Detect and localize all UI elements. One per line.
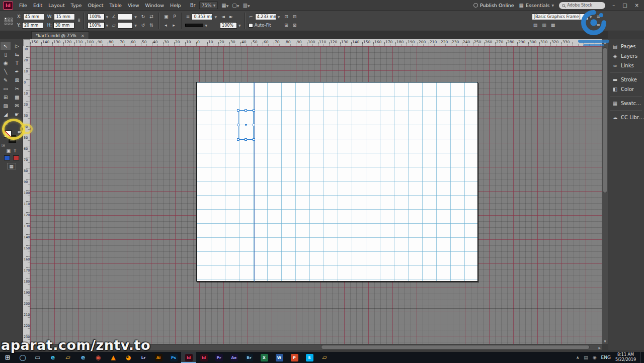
horizontal-ruler[interactable]: 1501401301201101009080706050403020100102… xyxy=(30,39,602,46)
view-options-icon[interactable]: ▦▼ xyxy=(221,3,228,8)
photoshop-icon[interactable]: Ps xyxy=(166,352,181,363)
indesign-app-icon[interactable]: Id xyxy=(3,2,13,10)
search-input[interactable]: Adobe Stock xyxy=(559,2,605,9)
chrome-icon[interactable]: ◉ xyxy=(91,352,106,363)
chevron-down-icon[interactable]: ▼ xyxy=(106,24,109,27)
eyedropper-tool-icon[interactable]: ◢ xyxy=(1,110,11,118)
menu-item-table[interactable]: Table xyxy=(106,0,125,11)
center-content-icon[interactable]: ⊞ xyxy=(283,23,290,28)
internet-explorer-icon[interactable]: e xyxy=(75,352,91,363)
frame-handle-nw[interactable] xyxy=(237,109,239,112)
workspace-switcher[interactable]: ▦ Essentials ▼ xyxy=(519,3,554,8)
panel-tab-links[interactable]: ∞Links xyxy=(608,61,644,70)
bridge-icon[interactable]: Br xyxy=(242,352,257,363)
reference-point-proxy[interactable] xyxy=(5,18,13,25)
panel-tab-swatches[interactable]: ▦Swatches xyxy=(608,99,644,108)
menu-item-window[interactable]: Window xyxy=(142,0,167,11)
pen-tool-icon[interactable]: ✒ xyxy=(12,67,22,75)
minimize-button[interactable]: – xyxy=(612,3,615,8)
chevron-down-icon[interactable]: ▼ xyxy=(106,15,109,19)
clock[interactable]: 8:11 AM 5/22/2019 xyxy=(615,352,636,362)
select-content-icon[interactable]: P xyxy=(171,14,178,19)
align-center-icon[interactable]: ▥ xyxy=(540,23,548,28)
selected-text-frame[interactable] xyxy=(238,110,254,140)
frame-handle-e[interactable] xyxy=(253,124,255,126)
premiere-icon[interactable]: Pr xyxy=(211,352,226,363)
fit-frame-icon[interactable]: ⊠ xyxy=(291,23,298,28)
corner-radius-field[interactable]: 4.233 mm xyxy=(255,14,276,20)
close-button[interactable]: × xyxy=(635,3,639,8)
menu-item-edit[interactable]: Edit xyxy=(30,0,45,11)
illustrator-icon[interactable]: Ai xyxy=(151,352,166,363)
frame-handle-n[interactable] xyxy=(245,109,247,112)
vertical-scrollbar[interactable]: ▲ ▼ xyxy=(602,39,608,344)
after-effects-icon[interactable]: Ae xyxy=(226,352,242,363)
scale-y-field[interactable]: 100% xyxy=(88,22,105,29)
menu-item-view[interactable]: View xyxy=(125,0,142,11)
menu-item-help[interactable]: Help xyxy=(167,0,184,11)
reference-point-dot[interactable] xyxy=(8,20,10,22)
panel-tab-cc-libraries[interactable]: ☁CC Libraries xyxy=(608,113,644,122)
scroll-down-arrow-icon[interactable]: ▼ xyxy=(602,339,608,343)
menu-item-layout[interactable]: Layout xyxy=(45,0,67,11)
rotate-cw-icon[interactable]: ↻ xyxy=(140,14,147,19)
rotation-angle-field[interactable] xyxy=(118,14,133,20)
stroke-weight-field[interactable]: 0.353 mm xyxy=(192,14,213,20)
apply-gradient-button[interactable] xyxy=(13,155,19,160)
ruler-origin-corner[interactable] xyxy=(23,39,30,46)
gap-tool-icon[interactable]: ⇆ xyxy=(12,50,22,58)
skype-icon[interactable]: S xyxy=(302,352,317,363)
bridge-launch-icon[interactable]: Br xyxy=(190,3,196,8)
frame-handle-sw[interactable] xyxy=(237,138,239,141)
chevron-down-icon[interactable]: ▼ xyxy=(205,24,207,27)
width-field[interactable]: 15 mm xyxy=(54,14,75,20)
type-tool-icon[interactable]: T xyxy=(12,59,22,67)
flip-vertical-icon[interactable]: ⇅ xyxy=(148,23,155,28)
line-tool-icon[interactable]: ╲ xyxy=(1,67,11,75)
formatting-affects-text-icon[interactable]: T xyxy=(14,148,17,153)
lightroom-icon[interactable]: Lr xyxy=(136,352,151,363)
frame-handle-s[interactable] xyxy=(245,138,247,141)
next-object-icon[interactable]: ▸ xyxy=(171,23,177,28)
rotate-ccw-icon[interactable]: ↺ xyxy=(140,23,147,28)
word-icon[interactable]: W xyxy=(272,352,287,363)
task-view-icon[interactable]: ▭ xyxy=(30,352,45,363)
cortana-icon[interactable]: ◯ xyxy=(15,352,30,363)
gradient-feather-tool-icon[interactable]: ▨ xyxy=(1,102,11,110)
vertical-ruler[interactable]: 3020100102030405060708090100110120130140… xyxy=(23,46,30,344)
fill-frame-icon[interactable]: ⊡ xyxy=(283,14,290,19)
language-indicator[interactable]: ENG xyxy=(601,355,611,360)
scale-x-field[interactable]: 100% xyxy=(88,14,105,20)
gradient-swatch-tool-icon[interactable]: ▩ xyxy=(12,93,22,101)
powerpoint-icon[interactable]: P xyxy=(287,352,302,363)
shear-angle-field[interactable] xyxy=(118,22,133,29)
start-button[interactable]: ⊞ xyxy=(0,352,15,363)
free-transform-tool-icon[interactable]: ⊞ xyxy=(1,93,11,101)
indesign-icon[interactable]: Id xyxy=(181,352,196,363)
vlc-icon[interactable]: ▲ xyxy=(106,352,121,363)
touch-keyboard-icon[interactable]: ▤ xyxy=(584,355,588,360)
vertical-scroll-thumb[interactable] xyxy=(603,47,607,193)
chevron-down-icon[interactable]: ▼ xyxy=(134,24,137,27)
tray-expand-icon[interactable]: ∧ xyxy=(576,355,579,360)
indesign-2-icon[interactable]: Id xyxy=(196,352,211,363)
excel-icon[interactable]: X xyxy=(257,352,272,363)
zoom-level-dropdown[interactable]: 75% ▼ xyxy=(199,2,218,9)
screen-mode-button[interactable]: ▦ xyxy=(7,163,16,169)
stroke-type-preview[interactable] xyxy=(185,24,203,27)
rectangle-tool-icon[interactable]: ▭ xyxy=(1,84,11,93)
flip-horizontal-icon[interactable]: ⇄ xyxy=(148,14,155,19)
file-explorer-icon[interactable]: ▱ xyxy=(60,352,75,363)
menu-item-type[interactable]: Type xyxy=(68,0,85,11)
document-tab[interactable]: *kart5.indd @ 75% × xyxy=(31,31,89,39)
panel-tab-color[interactable]: ◧Color xyxy=(608,84,644,94)
frame-center-point[interactable] xyxy=(245,124,247,126)
previous-object-icon[interactable]: ◂ xyxy=(163,23,169,28)
reference-point-dot[interactable] xyxy=(11,18,13,20)
show-desktop-button[interactable] xyxy=(640,352,643,363)
edge-icon[interactable]: e xyxy=(45,352,60,363)
tint-field[interactable]: 100% xyxy=(220,22,237,29)
folder-icon[interactable]: ▱ xyxy=(317,352,332,363)
reference-point-dot[interactable] xyxy=(5,23,7,25)
screen-mode-icon[interactable]: ▢▼ xyxy=(232,3,239,8)
